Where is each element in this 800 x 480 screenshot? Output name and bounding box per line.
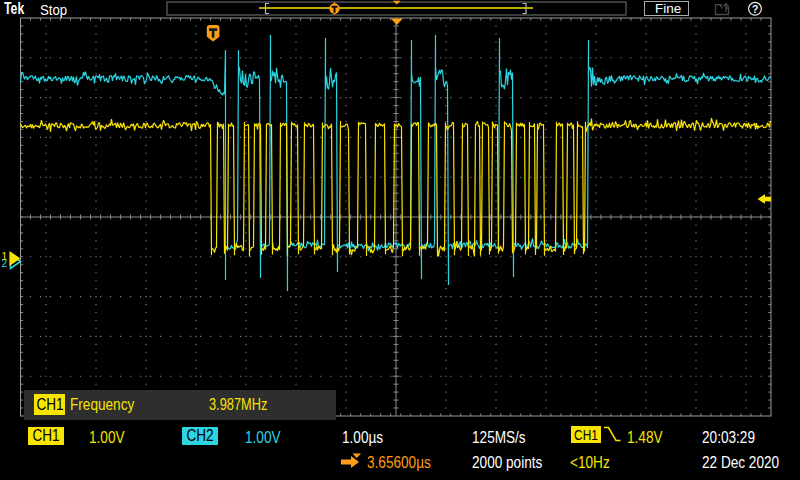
svg-text:?: ? (752, 3, 759, 15)
svg-text:1: 1 (2, 251, 8, 262)
